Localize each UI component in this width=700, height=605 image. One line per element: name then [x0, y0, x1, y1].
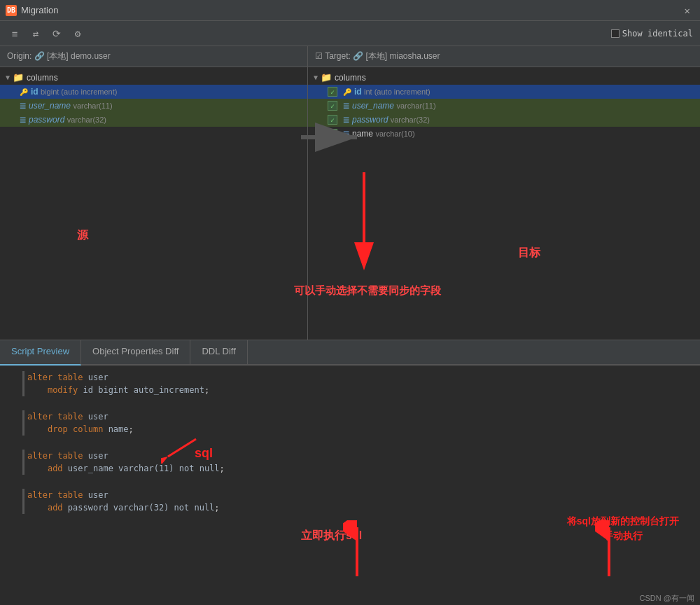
target-row-name[interactable]: ☰ name varchar(10) — [308, 127, 700, 141]
window-title: Migration — [21, 5, 58, 15]
target-name-checkbox[interactable] — [328, 129, 337, 139]
target-columns-parent[interactable]: ▼ 📁 columns — [308, 70, 700, 85]
tab-ddl-diff[interactable]: DDL Diff — [190, 340, 247, 364]
target-path: 🔗 [本地] miaosha.user — [353, 51, 440, 61]
chevron-down-icon: ▼ — [6, 74, 10, 81]
origin-id-label: id bigint (auto increment) — [31, 87, 117, 97]
column-icon: ☰ — [343, 130, 349, 138]
column-icon: ☰ — [343, 102, 349, 110]
origin-password-label: password varchar(32) — [29, 115, 106, 125]
origin-username-label: user_name varchar(11) — [29, 101, 113, 111]
target-username-label: user_name varchar(11) — [352, 101, 436, 111]
tabs-bar: Script Preview Object Properties Diff DD… — [0, 340, 700, 366]
menu-icon[interactable]: ≡ — [7, 26, 22, 41]
script-content: alter table user modify id bigint auto_i… — [0, 366, 700, 605]
folder-icon: 📁 — [321, 72, 332, 83]
origin-label: Origin: — [7, 51, 31, 61]
app-icon: DB — [6, 5, 17, 16]
column-icon: ☰ — [20, 116, 26, 124]
column-icon: 🔑 — [343, 88, 351, 96]
target-row-username[interactable]: ☰ user_name varchar(11) — [308, 99, 700, 113]
tab-script-preview[interactable]: Script Preview — [0, 340, 81, 366]
code-block-1: alter table user modify id bigint auto_i… — [22, 371, 697, 396]
code-block-2: alter table user drop column name; — [22, 410, 697, 436]
execute-sql-annotation: 立即执行sql — [301, 529, 362, 543]
title-bar: DB Migration ✕ — [0, 0, 700, 21]
toolbar-left: ≡ ⇄ ⟳ ⚙ — [7, 26, 85, 41]
code-area: alter table user modify id bigint auto_i… — [22, 371, 697, 514]
tab-object-properties-diff[interactable]: Object Properties Diff — [81, 340, 190, 364]
show-identical-label: Show identical — [622, 29, 693, 39]
show-identical-checkbox[interactable]: Show identical — [611, 29, 693, 39]
open-console-arrow-icon — [595, 520, 623, 585]
close-button[interactable]: ✕ — [680, 4, 694, 18]
target-username-checkbox[interactable] — [328, 101, 337, 111]
title-bar-left: DB Migration — [6, 5, 58, 16]
execute-arrow-icon — [343, 520, 371, 585]
code-block-4: alter table user add password varchar(32… — [22, 489, 697, 514]
origin-row-username[interactable]: ☰ user_name varchar(11) — [0, 99, 307, 113]
target-checkbox-header: ☑ — [315, 51, 323, 61]
folder-icon: 📁 — [13, 72, 24, 83]
target-label: Target: — [325, 51, 351, 61]
target-password-label: password varchar(32) — [352, 115, 430, 125]
checkbox-box[interactable] — [611, 29, 620, 38]
origin-row-password[interactable]: ☰ password varchar(32) — [0, 113, 307, 127]
target-password-checkbox[interactable] — [328, 115, 337, 125]
origin-columns-parent[interactable]: ▼ 📁 columns — [0, 70, 307, 85]
target-row-id[interactable]: 🔑 id int (auto increment) — [308, 85, 700, 99]
target-id-checkbox[interactable] — [328, 87, 337, 97]
origin-header: Origin: 🔗 [本地] demo.user — [0, 46, 307, 67]
target-columns-group: ▼ 📁 columns 🔑 id int (auto increment) — [308, 67, 700, 144]
chevron-down-icon: ▼ — [314, 74, 318, 81]
origin-columns-group: ▼ 📁 columns 🔑 id bigint (auto increment)… — [0, 67, 307, 130]
toolbar: ≡ ⇄ ⟳ ⚙ Show identical — [0, 21, 700, 46]
target-id-label: id int (auto increment) — [354, 87, 430, 97]
column-icon: 🔑 — [20, 88, 28, 96]
origin-path: 🔗 [本地] demo.user — [34, 51, 111, 61]
column-icon: ☰ — [343, 116, 349, 124]
swap-icon[interactable]: ⇄ — [28, 26, 43, 41]
code-block-3: alter table user add user_name varchar(1… — [22, 450, 697, 475]
origin-row-id[interactable]: 🔑 id bigint (auto increment) — [0, 85, 307, 99]
bottom-panel: Script Preview Object Properties Diff DD… — [0, 340, 700, 605]
toolbar-right: Show identical — [611, 29, 693, 39]
target-panel: ☑ Target: 🔗 [本地] miaosha.user ▼ 📁 column… — [308, 46, 700, 340]
origin-columns-label: columns — [27, 73, 58, 83]
target-name-label: name varchar(10) — [352, 129, 415, 139]
target-tree: ▼ 📁 columns 🔑 id int (auto increment) — [308, 67, 700, 340]
column-icon: ☰ — [20, 102, 26, 110]
open-console-annotation: 将sql放到新的控制台打开手动执行 — [567, 514, 679, 543]
settings-icon[interactable]: ⚙ — [70, 26, 85, 41]
origin-panel: Origin: 🔗 [本地] demo.user ▼ 📁 columns 🔑 i… — [0, 46, 308, 340]
target-columns-label: columns — [335, 73, 366, 83]
origin-tree: ▼ 📁 columns 🔑 id bigint (auto increment)… — [0, 67, 307, 340]
refresh-icon[interactable]: ⟳ — [49, 26, 64, 41]
target-row-password[interactable]: ☰ password varchar(32) — [308, 113, 700, 127]
watermark: CSDN @有一闻 — [640, 593, 694, 604]
target-header: ☑ Target: 🔗 [本地] miaosha.user — [308, 46, 700, 67]
